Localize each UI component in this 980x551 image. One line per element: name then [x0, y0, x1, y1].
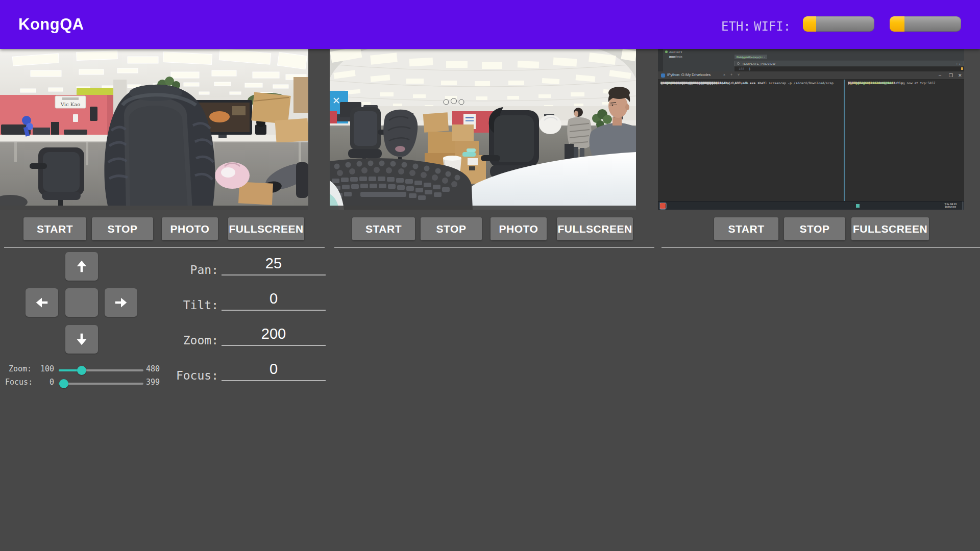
zoom-input[interactable]: 200	[222, 325, 326, 346]
tray-icon	[856, 204, 860, 208]
cam3-editor-strip: 188 }	[734, 66, 964, 71]
tilt-input[interactable]: 0	[222, 290, 326, 311]
cam3-studio-menu: Android ▾	[665, 50, 682, 54]
search-icon	[737, 62, 740, 65]
cam3-search-bar: TEMPLATE_PREVIEW ↑ ↓	[734, 61, 964, 66]
camera-1-fullscreen-button[interactable]: FULLSCREEN	[228, 217, 304, 240]
cam3-ipython-titlebar: IPython: G:\My Drive\codes × + ˅ – ❐ ✕	[658, 71, 964, 80]
ipython-icon	[661, 73, 665, 78]
camera-2-photo-button[interactable]: PHOTO	[491, 217, 547, 240]
chevron-down-icon: ˅	[738, 73, 740, 77]
maximize-icon: ❐	[949, 73, 953, 78]
camera-1-image: Vic Kao	[0, 49, 308, 210]
tilt-label: Tilt:	[137, 298, 218, 312]
camera-1-stop-button[interactable]: STOP	[92, 217, 153, 240]
wifi-label: WIFI:	[754, 19, 791, 34]
search-nav-icons: ↑ ↓	[956, 62, 961, 65]
camera-2-stop-button[interactable]: STOP	[421, 217, 482, 240]
taskbar-icon	[660, 203, 666, 209]
cam3-project-panel: appmanifestsjava	[663, 55, 734, 71]
focus-slider-label: Focus:	[5, 378, 33, 387]
focus-slider-min: 0	[38, 378, 54, 387]
eth-signal-bar	[803, 16, 874, 32]
pan-input[interactable]: 25	[222, 255, 326, 276]
minimize-icon: –	[939, 73, 941, 78]
zoom-slider-min: 100	[38, 364, 54, 373]
eth-label: ETH:	[721, 19, 751, 34]
show-desktop-button	[962, 202, 964, 210]
cam3-search-text: TEMPLATE_PREVIEW	[742, 62, 775, 65]
focus-slider-thumb[interactable]	[59, 379, 68, 388]
console-split-divider	[844, 80, 845, 201]
studio-tab: build.gradle (app) ×	[734, 55, 765, 59]
close-icon: ✕	[958, 73, 962, 78]
camera-2-image	[330, 49, 636, 210]
wifi-signal-bar	[890, 16, 961, 32]
wifi-signal-fill	[890, 16, 904, 32]
camera-1-photo-button[interactable]: PHOTO	[162, 217, 218, 240]
panel-1-divider	[4, 247, 325, 248]
cam3-ipython-pane: In [3]: k = RobotRun.kong.KongADB()ADBCm…	[660, 82, 842, 201]
focus-label: Focus:	[137, 369, 218, 382]
tab-close-icon: ×	[723, 73, 725, 77]
ptz-home-button[interactable]	[65, 288, 98, 317]
taskbar-clock: 下午 04:132020/12/2	[942, 203, 959, 209]
camera-3-stop-button[interactable]: STOP	[784, 217, 845, 240]
camera-2-fullscreen-button[interactable]: FULLSCREEN	[557, 217, 633, 240]
eth-signal-fill	[803, 16, 816, 32]
cam3-msys-pane: zhuang11@66220934+6N8001 MSYS /g/My Driv…	[848, 82, 962, 201]
camera-1-start-button[interactable]: START	[23, 217, 86, 240]
tilt-up-button[interactable]	[65, 252, 98, 281]
arrow-up-icon	[74, 258, 89, 275]
arrow-down-icon	[74, 331, 89, 348]
focus-slider-track[interactable]	[59, 383, 143, 385]
pan-right-button[interactable]	[105, 288, 137, 317]
camera-3-fullscreen-button[interactable]: FULLSCREEN	[851, 217, 929, 240]
new-tab-icon: +	[730, 73, 732, 77]
focus-input[interactable]: 0	[222, 361, 326, 381]
cam3-console: In [3]: k = RobotRun.kong.KongADB()ADBCm…	[658, 80, 964, 201]
camera-3-start-button[interactable]: START	[714, 217, 778, 240]
scrollbar-marker	[961, 67, 963, 70]
zoom-slider-label: Zoom:	[9, 364, 32, 373]
camera-3-feed: Android ▾ appmanifestsjava AndroidManife…	[658, 49, 964, 210]
arrow-left-icon	[33, 295, 51, 310]
panel-3-divider	[662, 247, 980, 248]
ipython-window-title: IPython: G:\My Drive\codes	[667, 73, 710, 77]
zoom-slider-track[interactable]	[59, 369, 143, 371]
cam3-taskbar: 下午 04:132020/12/2	[658, 201, 964, 210]
kongqa-app: KongQA ETH: WIFI:	[0, 0, 980, 551]
cam3-studio-left-rail	[658, 49, 663, 71]
zoom-slider-thumb[interactable]	[77, 366, 86, 375]
app-title: KongQA	[18, 15, 84, 34]
camera-1-feed: Vic Kao	[0, 49, 308, 210]
pan-left-button[interactable]	[26, 288, 58, 317]
camera-2-feed	[330, 49, 636, 210]
arrow-right-icon	[112, 295, 130, 310]
tilt-down-button[interactable]	[65, 325, 98, 354]
cam3-editor-tabs: AndroidManifest.xml ×activity_main.xml ×…	[734, 55, 964, 61]
panel-2-divider	[334, 247, 654, 248]
project-item: java	[663, 55, 675, 58]
camera-2-start-button[interactable]: START	[352, 217, 415, 240]
zoom-label: Zoom:	[137, 334, 218, 347]
pan-label: Pan:	[137, 263, 218, 277]
app-bar: KongQA ETH: WIFI:	[0, 0, 980, 49]
